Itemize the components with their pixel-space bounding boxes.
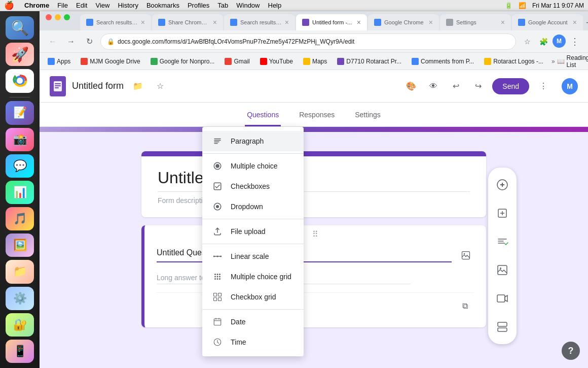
minimize-button[interactable] xyxy=(55,14,61,20)
add-image-button[interactable] xyxy=(490,258,514,282)
bookmark-rotaract[interactable]: D7710 Rotaract Pr... xyxy=(333,56,406,67)
bookmark-gnp[interactable]: Google for Nonpro... xyxy=(146,56,219,67)
dock-app3[interactable]: 💬 xyxy=(6,154,34,178)
add-image-to-question-button[interactable] xyxy=(458,247,474,263)
profile-circle[interactable]: M xyxy=(553,35,566,48)
tab-3[interactable]: Untitled form -... × xyxy=(296,14,367,30)
bookmark-apps[interactable]: Apps xyxy=(44,56,75,67)
menu-history[interactable]: History xyxy=(118,2,138,9)
tab-responses[interactable]: Responses xyxy=(297,105,337,126)
menu-item-checkbox-grid[interactable]: Checkbox grid xyxy=(202,287,304,307)
star-button[interactable]: ☆ xyxy=(152,78,168,94)
tab-close-4[interactable]: × xyxy=(429,18,433,26)
new-tab-button[interactable]: + xyxy=(586,15,588,30)
menu-item-file-upload[interactable]: File upload xyxy=(202,221,304,242)
menu-edit[interactable]: Edit xyxy=(76,2,87,9)
lock-icon: 🔒 xyxy=(107,38,115,45)
bookmark-star-button[interactable]: ☆ xyxy=(520,35,534,49)
menu-bookmarks[interactable]: Bookmarks xyxy=(146,2,179,9)
menu-item-dropdown[interactable]: Dropdown xyxy=(202,196,304,217)
bookmark-youtube[interactable]: YouTube xyxy=(256,56,297,67)
chrome-menu-button[interactable]: ⋮ xyxy=(568,35,582,49)
dock-app10[interactable]: 📱 xyxy=(6,340,34,363)
menu-profiles[interactable]: Profiles xyxy=(188,2,209,9)
tab-close-5[interactable]: × xyxy=(501,18,505,26)
svg-point-24 xyxy=(213,256,215,257)
bookmark-mjm[interactable]: MJM Google Drive xyxy=(77,56,144,67)
menu-help[interactable]: Help xyxy=(268,2,282,9)
close-button[interactable] xyxy=(46,14,52,20)
bookmarks-more[interactable]: » xyxy=(552,58,555,65)
tab-1[interactable]: Share Chrome w... × xyxy=(152,14,223,30)
svg-rect-13 xyxy=(498,265,507,275)
bookmark-gmail[interactable]: Gmail xyxy=(220,56,253,67)
tab-close-2[interactable]: × xyxy=(285,18,289,26)
menu-item-linear-scale[interactable]: Linear scale xyxy=(202,246,304,266)
menu-item-multiple-choice[interactable]: Multiple choice xyxy=(202,156,304,176)
bookmark-maps[interactable]: Maps xyxy=(299,56,331,67)
question-title-input[interactable] xyxy=(157,248,452,262)
menu-window[interactable]: Window xyxy=(236,2,260,9)
undo-button[interactable]: ↩ xyxy=(448,78,464,94)
tab-0[interactable]: Search results -... × xyxy=(80,14,151,30)
color-palette-button[interactable]: 🎨 xyxy=(403,78,419,94)
dock-app4[interactable]: 📊 xyxy=(6,181,34,204)
menu-item-paragraph[interactable]: Paragraph xyxy=(202,131,304,151)
bookmark-logos[interactable]: Rotaract Logos -... xyxy=(480,56,547,67)
dock-app8[interactable]: ⚙️ xyxy=(6,287,34,310)
bookmark-comments[interactable]: Comments from P... xyxy=(408,56,478,67)
url-bar[interactable]: 🔒 docs.google.com/forms/d/1AwBfBfqLOr4Vo… xyxy=(100,34,516,50)
dock-app6[interactable]: 🖼️ xyxy=(6,233,34,257)
help-button[interactable]: ? xyxy=(562,342,580,360)
more-options-button[interactable]: ⋮ xyxy=(535,78,552,94)
menu-file[interactable]: File xyxy=(57,2,68,9)
menu-view[interactable]: View xyxy=(95,2,109,9)
send-button[interactable]: Send xyxy=(492,78,529,94)
redo-button[interactable]: ↪ xyxy=(470,78,486,94)
move-to-folder-button[interactable]: 📁 xyxy=(130,78,146,94)
menu-item-date[interactable]: Date xyxy=(202,312,304,332)
dock-app9[interactable]: 🔐 xyxy=(6,313,34,337)
dock-app1[interactable]: 📝 xyxy=(6,101,34,124)
preview-button[interactable]: 👁 xyxy=(425,78,442,94)
menu-item-checkboxes[interactable]: Checkboxes xyxy=(202,176,304,196)
duplicate-question-button[interactable]: ⧉ xyxy=(456,297,474,315)
dock-app7[interactable]: 📁 xyxy=(6,260,34,283)
reload-button[interactable]: ↻ xyxy=(82,35,96,49)
import-questions-button[interactable] xyxy=(490,201,514,225)
forward-button[interactable]: → xyxy=(64,35,78,49)
add-title-description-button[interactable] xyxy=(490,229,514,254)
add-question-button[interactable] xyxy=(490,173,514,197)
dock-finder[interactable]: 🔍 xyxy=(6,16,34,40)
dock-app5[interactable]: 🎵 xyxy=(6,207,34,230)
tab-close-1[interactable]: × xyxy=(213,18,217,26)
tab-5[interactable]: Settings × xyxy=(440,14,511,30)
back-button[interactable]: ← xyxy=(46,35,60,49)
menu-item-time[interactable]: Time xyxy=(202,332,304,352)
drag-handle[interactable]: ⠿ xyxy=(144,225,486,243)
dock-chrome[interactable] xyxy=(6,69,34,92)
apple-menu[interactable]: 🍎 xyxy=(4,1,14,10)
menu-chrome[interactable]: Chrome xyxy=(24,2,49,9)
tab-close-0[interactable]: × xyxy=(141,18,145,26)
tab-close-6[interactable]: × xyxy=(573,18,577,26)
tab-settings[interactable]: Settings xyxy=(353,105,383,126)
tab-questions[interactable]: Questions xyxy=(245,105,281,126)
dock-launchpad[interactable]: 🚀 xyxy=(6,43,34,66)
tab-close-3[interactable]: × xyxy=(357,18,361,26)
reading-list[interactable]: 📖 Reading List xyxy=(557,54,588,69)
menu-item-multiple-choice-grid[interactable]: Multiple choice grid xyxy=(202,266,304,287)
tab-2[interactable]: Search results -... × xyxy=(224,14,295,30)
tab-label-6: Google Account xyxy=(528,19,570,25)
extension-button[interactable]: 🧩 xyxy=(536,35,550,49)
maximize-button[interactable] xyxy=(64,14,70,20)
header-profile-avatar[interactable]: M xyxy=(562,78,578,94)
tab-4[interactable]: Google Chrome × xyxy=(368,14,439,30)
add-section-button[interactable] xyxy=(490,315,514,339)
window-controls xyxy=(46,14,70,20)
tab-6[interactable]: Google Account × xyxy=(512,14,583,30)
add-video-button[interactable] xyxy=(490,286,514,311)
menu-item-checkbox-grid-label: Checkbox grid xyxy=(231,293,276,301)
menu-tab[interactable]: Tab xyxy=(217,2,228,9)
dock-app2[interactable]: 📸 xyxy=(6,128,34,151)
